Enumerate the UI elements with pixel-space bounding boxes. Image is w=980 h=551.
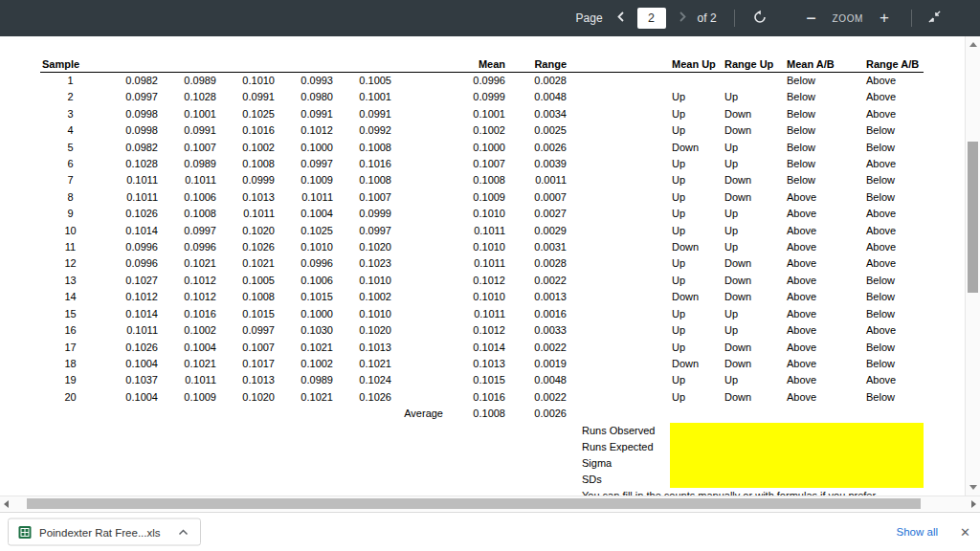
cell-sample: 5: [40, 140, 100, 156]
cell-obs-4: 0.1021: [276, 389, 334, 406]
cell-mean-up: [670, 73, 723, 90]
cell-spacer: [392, 122, 445, 139]
cell-range: 0.0048: [506, 89, 568, 105]
cell-gap: [568, 255, 670, 272]
cell-spacer: [392, 140, 445, 156]
cell-sample: 8: [40, 189, 100, 206]
scroll-down-arrow-icon[interactable]: [969, 485, 977, 490]
cell-gap: [568, 172, 670, 188]
cell-obs-2: 0.1021: [159, 255, 217, 272]
cell-gap: [568, 372, 670, 388]
cell-spacer: [392, 289, 445, 305]
col-header-range: Range: [506, 56, 568, 73]
rotate-icon: [752, 10, 768, 28]
chevron-up-icon[interactable]: [178, 528, 189, 536]
cell-obs-2: 0.0989: [159, 156, 217, 172]
note-spacer: [40, 488, 568, 496]
horizontal-scrollbar-thumb[interactable]: [27, 498, 921, 509]
cell-range: 0.0022: [506, 273, 568, 289]
cell-obs-3: 0.1026: [217, 239, 276, 255]
cell-obs-3: 0.1013: [217, 372, 276, 388]
cell-range: 0.0022: [506, 340, 568, 356]
cell-obs-1: 0.1011: [100, 172, 159, 188]
cell-obs-2: 0.0997: [159, 223, 217, 239]
next-page-button[interactable]: [676, 5, 689, 32]
cell-obs-4: 0.1002: [276, 356, 334, 372]
cell-obs-3: 0.1020: [217, 389, 276, 406]
cell-range: 0.0026: [506, 140, 568, 156]
vertical-scrollbar[interactable]: [965, 36, 980, 496]
cell-mean: 0.0996: [445, 73, 506, 90]
cell-obs-2: 0.1002: [159, 322, 217, 339]
summary-label: Sigma: [568, 455, 670, 472]
cell-range-ab: Below: [864, 389, 924, 406]
cell-range-ab: Above: [864, 372, 924, 388]
zoom-out-button[interactable]: −: [802, 5, 821, 32]
cell-range: 0.0029: [506, 223, 568, 239]
cell-range: 0.0011: [506, 172, 568, 188]
cell-range-up: Down: [723, 389, 785, 406]
cell-obs-4: 0.1006: [276, 273, 334, 289]
cell-obs-2: 0.1012: [159, 289, 217, 305]
cell-obs-4: 0.1000: [276, 306, 334, 322]
cell-obs-3: 0.1011: [217, 206, 276, 222]
col-header-mean: Mean: [445, 56, 506, 73]
scroll-left-arrow-icon[interactable]: [4, 500, 9, 508]
downloaded-file-chip[interactable]: Poindexter Rat Free...xls: [8, 518, 201, 546]
horizontal-scrollbar[interactable]: [0, 496, 980, 511]
cell-gap: [568, 340, 670, 356]
cell-obs-5: 0.0997: [334, 223, 392, 239]
sample-row-8: 80.10110.10060.10130.10110.10070.10090.0…: [40, 189, 924, 206]
previous-page-button[interactable]: [614, 5, 628, 32]
cell-obs-2: 0.1006: [159, 189, 217, 206]
cell-spacer: [392, 255, 445, 272]
col-header-obs5: [334, 56, 392, 73]
cell-spacer: [392, 189, 445, 206]
scroll-up-arrow-icon[interactable]: [969, 42, 977, 47]
scroll-right-arrow-icon[interactable]: [971, 500, 976, 508]
sample-row-1: 10.09820.09890.10100.09930.10050.09960.0…: [40, 73, 924, 90]
cell-obs-5: 0.1016: [334, 156, 392, 172]
cell-obs-2: 0.1028: [159, 89, 217, 105]
summary-row-1: Runs Observed: [40, 423, 924, 439]
cell-mean-ab: Below: [785, 140, 864, 156]
cell-gap: [568, 73, 670, 90]
cell-range-ab: Below: [864, 306, 924, 322]
cell-range-ab: Above: [864, 223, 924, 239]
cell-obs-4: 0.1004: [276, 206, 334, 222]
cell-obs-2: 0.0991: [159, 122, 217, 139]
cell-sample: 6: [40, 156, 100, 172]
cell-mean-up: Down: [670, 239, 723, 255]
cell-mean-up: Up: [670, 389, 723, 406]
cell-gap: [568, 156, 670, 172]
cell-obs-2: 0.1016: [159, 306, 217, 322]
collapse-button[interactable]: [927, 5, 942, 32]
summary-highlight-cell: [670, 472, 924, 488]
control-chart-table: Sample Mean Range Mean Up Range Up Mean …: [40, 56, 924, 496]
cell-obs-5: 0.0991: [334, 106, 392, 122]
cell-obs-4: 0.0991: [276, 106, 334, 122]
cell-mean-ab: Above: [785, 306, 864, 322]
cell-obs-3: 0.0999: [217, 172, 276, 188]
vertical-scrollbar-thumb[interactable]: [968, 142, 978, 293]
cell-sample: 3: [40, 106, 100, 122]
close-download-bar-button[interactable]: ✕: [960, 525, 970, 540]
cell-obs-2: 0.1011: [159, 172, 217, 188]
cell-range-up: Down: [723, 189, 785, 206]
cell-spacer: [392, 172, 445, 188]
zoom-in-button[interactable]: +: [875, 5, 894, 32]
cell-range: 0.0034: [506, 106, 568, 122]
cell-sample: 7: [40, 172, 100, 188]
cell-obs-4: 0.0989: [276, 372, 334, 388]
header-row: Sample Mean Range Mean Up Range Up Mean …: [40, 56, 924, 73]
col-header-sample: Sample: [40, 56, 100, 73]
page-number-input[interactable]: 2: [637, 8, 666, 29]
show-all-downloads-link[interactable]: Show all: [897, 526, 938, 538]
cell-range-up: Down: [723, 340, 785, 356]
cell-sample: 11: [40, 239, 100, 255]
col-header-mean-ab: Mean A/B: [785, 56, 864, 73]
cell-spacer: [392, 273, 445, 289]
rotate-button[interactable]: [752, 5, 768, 32]
cell-range-ab: Below: [864, 122, 924, 139]
sheet-page: Sample Mean Range Mean Up Range Up Mean …: [0, 36, 965, 496]
